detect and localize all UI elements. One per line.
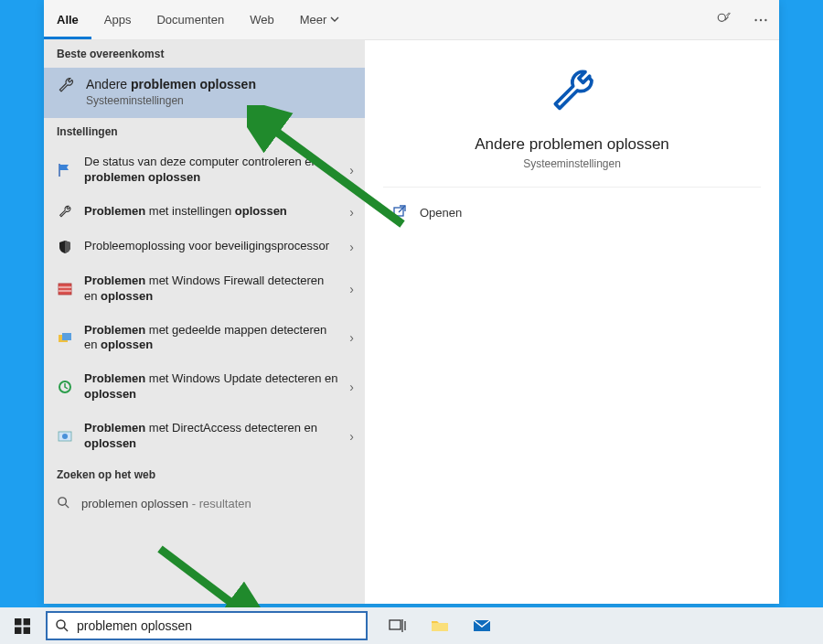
- chevron-right-icon: ›: [349, 240, 354, 254]
- search-input[interactable]: [77, 618, 358, 633]
- wrench-icon: [57, 77, 75, 95]
- svg-point-22: [57, 620, 65, 628]
- results-panel: Beste overeenkomst Andere problemen oplo…: [44, 40, 365, 604]
- preview-subtitle: Systeeminstellingen: [523, 157, 621, 170]
- preview-title: Andere problemen oplossen: [475, 135, 669, 154]
- task-view-button[interactable]: [377, 607, 419, 644]
- web-search-header: Zoeken op het web: [44, 461, 365, 488]
- firewall-icon: [57, 281, 73, 297]
- svg-line-14: [65, 504, 69, 508]
- search-icon: [55, 618, 69, 633]
- chevron-right-icon: ›: [349, 380, 354, 394]
- file-explorer-button[interactable]: [419, 607, 461, 644]
- best-match-header: Beste overeenkomst: [44, 40, 365, 68]
- web-search-result[interactable]: problemen oplossen - resultaten: [44, 488, 365, 520]
- best-match-subtitle: Systeeminstellingen: [86, 94, 256, 107]
- shield-icon: [57, 239, 73, 255]
- chevron-right-icon: ›: [349, 330, 354, 345]
- taskbar-search-box[interactable]: [46, 611, 368, 640]
- directaccess-icon: [57, 428, 73, 445]
- svg-point-3: [764, 18, 766, 20]
- feedback-icon[interactable]: [706, 12, 743, 28]
- mail-button[interactable]: [461, 607, 503, 644]
- settings-result[interactable]: Problemen met instellingen oplossen ›: [44, 195, 365, 230]
- tab-web[interactable]: Web: [237, 0, 287, 39]
- folder-icon: [431, 618, 449, 633]
- svg-rect-4: [59, 284, 71, 295]
- best-match-result[interactable]: Andere problemen oplossen Systeeminstell…: [44, 68, 365, 118]
- svg-rect-18: [15, 618, 21, 625]
- windows-logo-icon: [15, 618, 30, 634]
- svg-point-13: [59, 498, 66, 505]
- search-icon: [57, 496, 70, 512]
- search-flyout: Alle Apps Documenten Web Meer Beste over…: [44, 0, 779, 604]
- flag-icon: [57, 162, 73, 178]
- tab-documents[interactable]: Documenten: [144, 0, 237, 39]
- start-button[interactable]: [0, 607, 44, 644]
- settings-header: Instellingen: [44, 118, 365, 145]
- tab-all[interactable]: Alle: [44, 0, 91, 39]
- svg-rect-20: [15, 627, 21, 633]
- filter-tabs: Alle Apps Documenten Web Meer: [44, 0, 779, 40]
- settings-result[interactable]: Probleemoplossing voor beveiligingsproce…: [44, 230, 365, 264]
- task-view-icon: [389, 618, 407, 633]
- tab-more[interactable]: Meer: [287, 0, 353, 39]
- svg-rect-9: [62, 333, 71, 340]
- settings-result[interactable]: Problemen met DirectAccess detecteren en…: [44, 412, 365, 461]
- svg-rect-21: [23, 627, 29, 633]
- chevron-down-icon: [330, 13, 339, 27]
- chevron-right-icon: ›: [349, 429, 354, 444]
- svg-point-12: [62, 434, 68, 439]
- svg-point-0: [718, 14, 725, 21]
- svg-line-23: [64, 628, 68, 631]
- settings-result[interactable]: Problemen met Windows Firewall detectere…: [44, 264, 365, 314]
- open-action[interactable]: Openen: [365, 188, 779, 238]
- chevron-right-icon: ›: [349, 205, 354, 220]
- preview-panel: Andere problemen oplossen Systeeminstell…: [365, 40, 779, 604]
- settings-result[interactable]: Problemen met gedeelde mappen detecteren…: [44, 314, 365, 363]
- wrench-icon: [547, 68, 598, 123]
- shared-folders-icon: [57, 329, 73, 346]
- tab-apps[interactable]: Apps: [91, 0, 144, 39]
- mail-icon: [473, 618, 491, 633]
- settings-result[interactable]: Problemen met Windows Update detecteren …: [44, 362, 365, 412]
- chevron-right-icon: ›: [349, 163, 354, 177]
- svg-point-2: [760, 18, 762, 20]
- more-options-icon[interactable]: [743, 12, 779, 28]
- open-icon: [392, 204, 407, 221]
- svg-rect-19: [23, 618, 29, 625]
- settings-result[interactable]: De status van deze computer controleren …: [44, 145, 365, 195]
- svg-rect-24: [390, 620, 401, 629]
- windows-update-icon: [57, 379, 73, 395]
- svg-point-1: [754, 18, 756, 20]
- chevron-right-icon: ›: [349, 282, 354, 296]
- taskbar: [0, 607, 823, 644]
- wrench-icon: [57, 204, 73, 220]
- best-match-title: Andere problemen oplossen: [86, 77, 256, 91]
